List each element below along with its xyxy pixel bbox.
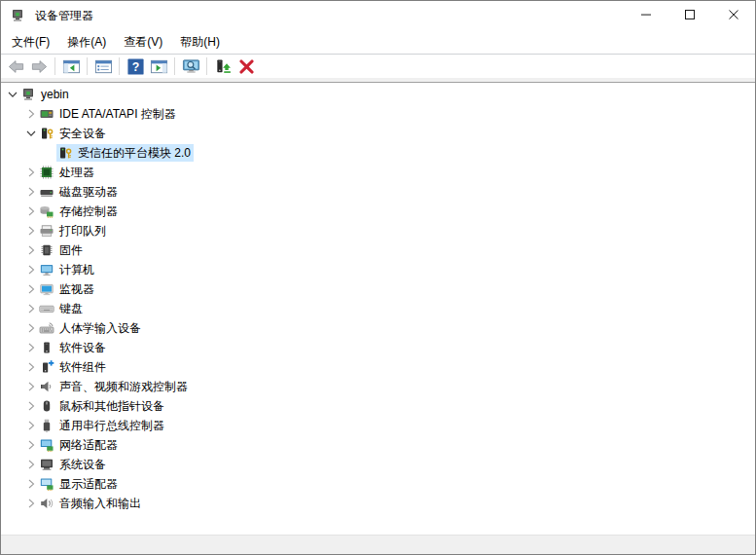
chevron-expanded-icon[interactable]: [5, 88, 19, 101]
window-title: 设备管理器: [35, 8, 624, 24]
tree-item-label: 系统设备: [59, 456, 106, 473]
tree-item-content[interactable]: 显示适配器: [38, 475, 121, 493]
chevron-collapsed-icon[interactable]: [23, 224, 38, 238]
help-button[interactable]: ?: [124, 56, 147, 77]
tree-item-software-components[interactable]: 软件组件: [1, 357, 755, 377]
tree-item-content[interactable]: 计算机: [38, 261, 97, 278]
tree-item-network-adapters[interactable]: 网络适配器: [1, 435, 755, 455]
ide-controller-icon: [39, 106, 54, 122]
tree-item-content[interactable]: 处理器: [38, 164, 97, 181]
tree-item-content[interactable]: 存储控制器: [38, 203, 121, 220]
tree-item-audio-inputs-and-outputs[interactable]: 音频输入和输出: [1, 494, 755, 513]
chevron-collapsed-icon[interactable]: [23, 321, 38, 335]
tree-item-content[interactable]: 磁盘驱动器: [38, 183, 121, 201]
tree-item-mice-and-pointing-devices[interactable]: 鼠标和其他指针设备: [1, 396, 755, 416]
back-button[interactable]: [4, 56, 27, 77]
tree-item-content[interactable]: 受信任的平台模块 2.0: [56, 144, 194, 162]
tree-item-content[interactable]: 固件: [38, 241, 86, 259]
chevron-expanded-icon[interactable]: [23, 127, 38, 140]
update-driver-icon: [214, 57, 233, 76]
forward-button[interactable]: [27, 56, 51, 77]
tree-item-sound-video-game-controllers[interactable]: 声音、视频和游戏控制器: [1, 377, 755, 396]
tree-item-content[interactable]: 监视器: [38, 280, 97, 298]
tree-item-label: 通用串行总线控制器: [59, 417, 164, 434]
tree-item-content[interactable]: 打印队列: [38, 222, 109, 240]
tree-item-print-queues[interactable]: 打印队列: [1, 221, 755, 240]
tree-item-content[interactable]: 鼠标和其他指针设备: [38, 397, 167, 415]
chevron-collapsed-icon[interactable]: [23, 341, 38, 354]
chevron-collapsed-icon[interactable]: [23, 399, 38, 413]
tree-item-ide-ata-atapi-controllers[interactable]: IDE ATA/ATAPI 控制器: [1, 104, 755, 124]
chevron-collapsed-icon[interactable]: [23, 360, 38, 374]
tree-item-label: 处理器: [59, 164, 94, 181]
tree-item-monitors[interactable]: 监视器: [1, 279, 755, 299]
tree-item-content[interactable]: IDE ATA/ATAPI 控制器: [38, 105, 179, 123]
menu-view[interactable]: 查看(V): [115, 31, 171, 54]
tree-item-content[interactable]: 通用串行总线控制器: [38, 417, 167, 434]
tree-item-content[interactable]: 音频输入和输出: [38, 495, 144, 512]
tree-item-content[interactable]: 键盘: [38, 300, 86, 317]
chevron-collapsed-icon[interactable]: [23, 497, 38, 510]
chevron-collapsed-icon[interactable]: [23, 263, 38, 277]
menu-file[interactable]: 文件(F): [3, 31, 58, 54]
computer-root-icon: [20, 87, 36, 102]
security-device-icon: [57, 145, 73, 161]
tree-item-content[interactable]: 网络适配器: [38, 436, 121, 454]
chevron-collapsed-icon[interactable]: [23, 185, 38, 199]
device-tree: yebinIDE ATA/ATAPI 控制器安全设备受信任的平台模块 2.0处理…: [1, 83, 755, 535]
uninstall-device-button[interactable]: [234, 56, 258, 77]
tree-item-computer[interactable]: 计算机: [1, 260, 755, 279]
tree-item-software-devices[interactable]: 软件设备: [1, 338, 755, 357]
close-button[interactable]: [711, 1, 755, 30]
tree-item-human-interface-devices[interactable]: 人体学输入设备: [1, 318, 755, 338]
maximize-button[interactable]: [667, 1, 711, 30]
update-driver-button[interactable]: [211, 56, 234, 77]
tree-item-label: 人体学输入设备: [59, 319, 141, 337]
tree-item-computer-root[interactable]: yebin: [1, 85, 755, 104]
mouse-icon: [39, 398, 54, 414]
processor-icon: [39, 165, 54, 180]
tree-item-content[interactable]: 系统设备: [38, 456, 109, 473]
chevron-collapsed-icon[interactable]: [23, 380, 38, 393]
chevron-collapsed-icon[interactable]: [23, 438, 38, 452]
chevron-collapsed-icon[interactable]: [23, 458, 38, 471]
chevron-collapsed-icon[interactable]: [23, 107, 38, 121]
tree-item-disk-drives[interactable]: 磁盘驱动器: [1, 182, 755, 202]
menu-action[interactable]: 操作(A): [58, 31, 115, 54]
properties-button[interactable]: [91, 56, 115, 77]
chevron-collapsed-icon[interactable]: [23, 477, 38, 491]
scan-hardware-changes-button[interactable]: [179, 56, 202, 77]
show-hide-action-pane-button[interactable]: [147, 56, 170, 77]
minimize-button[interactable]: [624, 1, 667, 30]
tree-item-content[interactable]: 软件设备: [38, 339, 109, 356]
tree-item-display-adapters[interactable]: 显示适配器: [1, 474, 755, 494]
chevron-collapsed-icon[interactable]: [23, 166, 38, 179]
firmware-icon: [39, 242, 54, 258]
toolbar: ?: [1, 55, 755, 78]
tree-item-content[interactable]: 安全设备: [38, 125, 109, 142]
tree-item-system-devices[interactable]: 系统设备: [1, 455, 755, 474]
chevron-collapsed-icon[interactable]: [23, 302, 38, 315]
tree-item-security-devices[interactable]: 安全设备: [1, 124, 755, 143]
tree-item-label: 显示适配器: [59, 475, 118, 493]
chevron-collapsed-icon[interactable]: [23, 204, 38, 218]
tree-item-storage-controllers[interactable]: 存储控制器: [1, 202, 755, 221]
tree-item-keyboards[interactable]: 键盘: [1, 299, 755, 318]
chevron-collapsed-icon[interactable]: [23, 282, 38, 296]
toolbar-separator: [174, 57, 175, 75]
tree-item-content[interactable]: 人体学输入设备: [38, 319, 144, 337]
menubar: 文件(F) 操作(A) 查看(V) 帮助(H): [1, 30, 755, 55]
menu-help[interactable]: 帮助(H): [171, 31, 229, 54]
tree-item-content[interactable]: 软件组件: [38, 358, 109, 376]
tree-item-firmware[interactable]: 固件: [1, 240, 755, 260]
tree-item-content[interactable]: 声音、视频和游戏控制器: [38, 378, 191, 395]
tree-item-content[interactable]: yebin: [19, 86, 72, 103]
chevron-collapsed-icon[interactable]: [23, 419, 38, 432]
computer-icon: [39, 262, 54, 278]
show-hide-console-tree-button[interactable]: [59, 56, 83, 77]
tree-item-trusted-platform-module-2-0[interactable]: 受信任的平台模块 2.0: [1, 143, 755, 163]
tree-item-usb-controllers[interactable]: 通用串行总线控制器: [1, 416, 755, 435]
chevron-collapsed-icon[interactable]: [23, 243, 38, 257]
tree-item-processors[interactable]: 处理器: [1, 163, 755, 182]
security-device-icon: [39, 126, 54, 141]
